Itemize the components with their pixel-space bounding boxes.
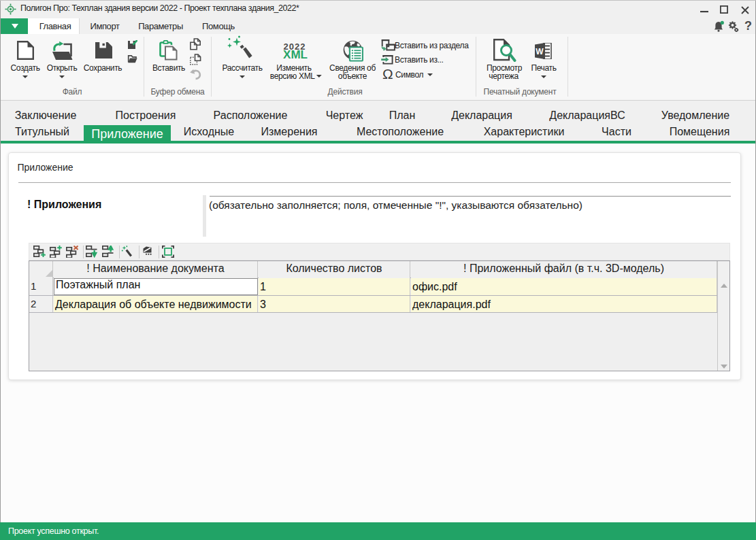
svg-text:W: W xyxy=(536,47,544,56)
